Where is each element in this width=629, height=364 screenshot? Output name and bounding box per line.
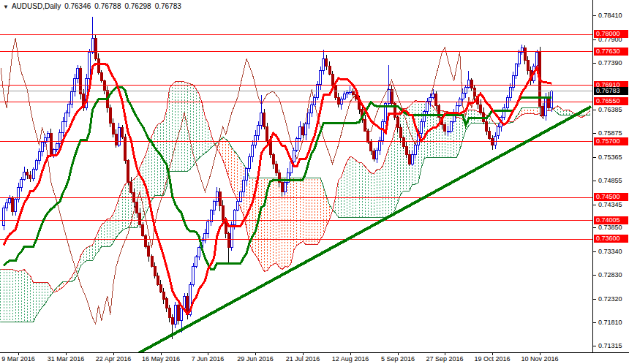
bear-candle-body <box>26 172 29 175</box>
price-axis[interactable]: 0.784100.779000.773900.763850.758750.753… <box>592 0 629 352</box>
bull-candle-body <box>9 198 11 202</box>
bear-candle-body <box>328 67 331 75</box>
price-tick-mark <box>593 181 596 181</box>
bull-candle-body <box>299 126 301 138</box>
bear-candle-body <box>165 299 167 308</box>
bull-candle-body <box>240 192 242 201</box>
bear-candle-body <box>12 198 14 211</box>
bear-candle-body <box>396 118 399 128</box>
bull-candle-body <box>252 145 254 157</box>
sr-price-badge: 0.77630 <box>594 48 628 56</box>
chart-window: ▼AUDUSD,Daily0.763460.767880.762980.7678… <box>0 0 629 364</box>
price-tick-label: 0.75365 <box>598 153 622 161</box>
date-label: 16 May 2016 <box>142 355 180 363</box>
bear-candle-body <box>177 306 179 321</box>
bear-candle-body <box>222 206 224 220</box>
bear-candle-body <box>473 88 475 96</box>
bull-candle-body <box>77 68 79 79</box>
collapse-icon[interactable]: ▼ <box>3 4 9 10</box>
bull-candle-body <box>59 133 61 144</box>
price-tick-label: 0.71810 <box>598 319 622 326</box>
price-tick-mark <box>593 299 596 300</box>
bull-candle-body <box>515 64 517 75</box>
date-label: 29 Jun 2016 <box>237 355 274 363</box>
bull-candle-body <box>343 94 345 99</box>
time-axis[interactable]: 9 Mar 201631 Mar 201622 Apr 201616 May 2… <box>0 352 629 364</box>
bull-candle-body <box>233 211 236 224</box>
bear-candle-body <box>367 131 369 143</box>
bear-candle-body <box>331 74 334 86</box>
bull-candle-body <box>71 91 73 105</box>
price-chart[interactable] <box>0 0 592 352</box>
bear-candle-body <box>370 143 372 151</box>
bear-candle-body <box>154 266 156 276</box>
bear-candle-body <box>399 128 402 138</box>
bull-candle-body <box>216 192 218 201</box>
bear-candle-body <box>50 133 52 156</box>
bull-candle-body <box>38 151 40 160</box>
bull-candle-body <box>376 150 378 159</box>
bull-candle-body <box>497 126 500 136</box>
price-tick-label: 0.71315 <box>598 342 622 349</box>
bull-candle-body <box>506 97 508 107</box>
price-tick-mark <box>593 205 596 205</box>
bear-candle-body <box>159 285 162 292</box>
bear-candle-body <box>162 292 165 299</box>
bear-candle-body <box>486 122 488 132</box>
bull-candle-body <box>236 201 238 211</box>
bull-candle-body <box>509 87 511 97</box>
bull-candle-body <box>311 105 313 113</box>
bull-candle-body <box>320 71 322 84</box>
price-chart-area[interactable] <box>0 0 592 352</box>
bull-candle-body <box>198 248 200 257</box>
bear-candle-body <box>266 126 268 140</box>
bull-candle-body <box>230 224 233 248</box>
bull-candle-body <box>447 132 449 132</box>
bear-candle-body <box>405 146 407 155</box>
price-tick-mark <box>593 63 596 64</box>
sr-price-badge: 0.74500 <box>594 193 628 201</box>
bull-candle-body <box>65 113 67 122</box>
bear-candle-body <box>408 155 410 164</box>
bear-candle-body <box>136 202 138 213</box>
bear-candle-body <box>325 58 328 67</box>
price-tick-mark <box>593 275 596 276</box>
price-tick-mark <box>593 322 596 323</box>
bear-candle-body <box>542 107 544 116</box>
bear-candle-body <box>444 124 446 132</box>
bear-candle-body <box>127 160 129 183</box>
sr-price-badge: 0.76550 <box>594 97 628 105</box>
bear-candle-body <box>168 308 170 318</box>
price-tick-mark <box>593 110 596 110</box>
bear-candle-body <box>130 183 132 192</box>
price-tick-label: 0.72830 <box>598 271 622 278</box>
date-label: 12 Aug 2016 <box>332 355 369 363</box>
bull-candle-body <box>118 128 120 145</box>
bear-candle-body <box>121 128 124 137</box>
bull-candle-body <box>545 97 547 116</box>
bear-candle-body <box>115 134 117 145</box>
bear-candle-body <box>527 60 529 71</box>
bull-candle-body <box>426 102 429 112</box>
bull-candle-body <box>518 52 520 64</box>
bull-candle-body <box>423 112 426 122</box>
bear-candle-body <box>219 192 221 205</box>
bear-candle-body <box>124 137 127 160</box>
bull-candle-body <box>3 208 5 225</box>
price-tick-mark <box>593 157 596 158</box>
bull-candle-body <box>6 203 8 208</box>
bull-candle-body <box>32 170 34 179</box>
date-label: 5 Sep 2016 <box>381 355 415 363</box>
bear-candle-body <box>435 94 437 106</box>
bull-candle-body <box>453 113 455 122</box>
bull-candle-body <box>249 157 251 169</box>
bear-candle-body <box>524 48 526 60</box>
bull-candle-body <box>257 125 260 135</box>
bull-candle-body <box>181 308 183 321</box>
date-label: 21 Jul 2016 <box>286 355 320 363</box>
bear-candle-body <box>94 38 97 58</box>
symbol-period-label: AUDUSD,Daily <box>12 2 61 10</box>
sr-price-badge: 0.74005 <box>594 216 628 224</box>
bull-candle-body <box>284 183 286 192</box>
price-tick-label: 0.74345 <box>598 201 622 208</box>
